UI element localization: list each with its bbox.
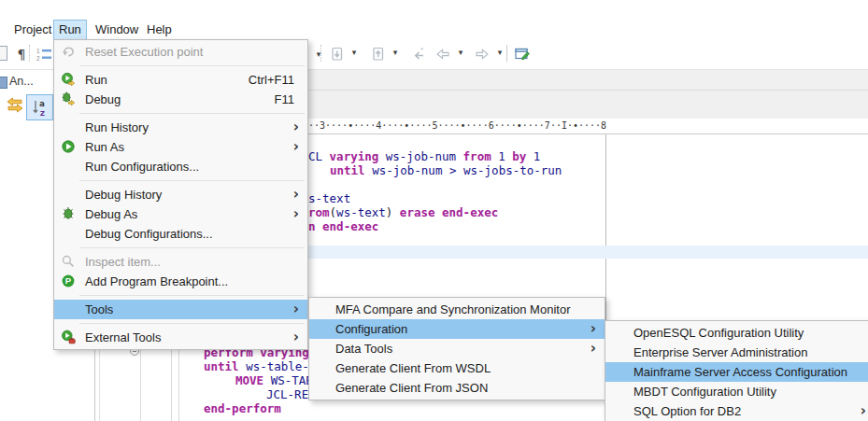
last-edit-location-icon[interactable]: * <box>409 46 428 63</box>
code-line: s-text <box>308 191 350 205</box>
code-line: rom(ws-text) erase end-exec <box>308 205 498 219</box>
menubar-item-window[interactable]: Window <box>91 20 143 39</box>
menu-item-external-tools[interactable]: External Tools› <box>54 328 307 347</box>
menu-item-openesql-configuration-utility[interactable]: OpenESQL Configuration Utility <box>605 323 868 343</box>
dropdown-arrow-icon[interactable]: ▾ <box>391 48 400 57</box>
submenu-arrow-icon: › <box>293 118 299 134</box>
menu-separator <box>79 65 305 66</box>
menu-item-run[interactable]: RunCtrl+F11 <box>54 70 307 90</box>
menu-item-debug-as[interactable]: Debug As› <box>54 204 307 224</box>
menu-item-data-tools[interactable]: Data Tools› <box>309 339 605 358</box>
column-ruler: ··3····•····4····•····5····•····6····•··… <box>308 120 606 131</box>
menu-item-configuration[interactable]: Configuration› <box>309 319 605 339</box>
menubar-item-run[interactable]: Run <box>53 20 87 41</box>
view-tab-icon <box>0 77 7 89</box>
menu-item-mfa-compare-and-synchronization-monitor[interactable]: MFA Compare and Synchronization Monitor <box>309 300 605 319</box>
menu-item-label: Debug <box>85 92 121 106</box>
external-tools-icon <box>60 330 77 344</box>
menu-item-label: Debug History <box>85 188 162 202</box>
menu-item-label: Run History <box>85 120 149 134</box>
tools-submenu: MFA Compare and Synchronization MonitorC… <box>308 297 605 400</box>
menu-item-generate-client-from-wsdl[interactable]: Generate Client From WSDL <box>309 358 605 378</box>
menu-separator <box>79 180 305 181</box>
menu-item-run-as[interactable]: Run As› <box>54 137 307 157</box>
menu-item-label: SQL Option for DB2 <box>633 404 741 418</box>
submenu-arrow-icon: › <box>293 328 299 344</box>
submenu-arrow-icon: › <box>591 339 596 356</box>
inspect-icon <box>60 254 77 269</box>
run-menu: Reset Execution pointRunCtrl+F11DebugF11… <box>53 39 308 350</box>
dropdown-arrow-icon[interactable]: ▾ <box>456 48 465 57</box>
menu-item-label: Add Program Breakpoint... <box>85 274 228 288</box>
menu-item-label: Enterprise Server Administration <box>633 345 807 359</box>
menu-item-label: MFA Compare and Synchronization Monitor <box>335 302 570 316</box>
menubar-item-project[interactable]: Project <box>9 20 56 39</box>
menu-item-run-configurations[interactable]: Run Configurations... <box>54 157 307 176</box>
submenu-arrow-icon: › <box>293 300 299 316</box>
menu-separator <box>79 113 305 114</box>
menu-item-debug[interactable]: DebugF11 <box>54 90 307 109</box>
menu-item-label: Run Configurations... <box>85 160 199 174</box>
menu-item-label: OpenESQL Configuration Utility <box>633 326 804 340</box>
code-line: n end-exec <box>308 219 378 233</box>
code-line: JCL-RE <box>266 387 308 401</box>
menubar-item-help[interactable]: Help <box>142 20 177 39</box>
dropdown-arrow-icon[interactable]: ▾ <box>309 46 328 63</box>
menu-separator <box>79 247 305 248</box>
menu-item-mainframe-server-access-configuration[interactable]: Mainframe Server Access Configuration <box>605 362 868 382</box>
svg-text:z: z <box>39 107 45 118</box>
submenu-arrow-icon: › <box>293 137 299 154</box>
forward-icon[interactable] <box>473 46 491 63</box>
menu-item-mbdt-configuration-utility[interactable]: MBDT Configuration Utility <box>605 382 868 401</box>
collapsed-view-tab[interactable]: An... <box>9 75 34 88</box>
toolbar-separator <box>506 45 507 62</box>
dropdown-arrow-icon[interactable]: ▾ <box>495 48 505 57</box>
numbered-list-icon[interactable]: 12 <box>35 46 53 63</box>
back-icon[interactable] <box>434 46 452 63</box>
sort-az-button[interactable]: az <box>26 94 53 120</box>
menu-item-label: Debug As <box>85 207 137 221</box>
menu-item-label: Reset Execution point <box>85 45 203 59</box>
menu-item-label: Generate Client From WSDL <box>335 361 491 375</box>
download-icon[interactable] <box>327 46 346 63</box>
svg-text:P: P <box>65 275 72 286</box>
menu-item-tools[interactable]: Tools› <box>54 300 307 319</box>
run-icon <box>60 72 77 87</box>
svg-text:2: 2 <box>36 55 40 62</box>
menu-item-shortcut: Ctrl+F11 <box>249 73 294 87</box>
menu-item-generate-client-from-json[interactable]: Generate Client From JSON <box>309 378 605 398</box>
window-pencil-icon[interactable] <box>513 46 532 63</box>
menu-item-debug-history[interactable]: Debug History› <box>54 185 307 204</box>
menu-item-label: Debug Configurations... <box>85 227 213 241</box>
submenu-arrow-icon: › <box>591 319 596 336</box>
menu-item-debug-configurations[interactable]: Debug Configurations... <box>54 224 307 244</box>
menu-separator <box>79 323 305 324</box>
code-line: until ws-job-num > ws-jobs-to-run <box>330 163 562 177</box>
debug-icon <box>60 91 77 106</box>
svg-text:*: * <box>420 46 423 54</box>
code-line: CL varying ws-job-num from 1 by 1 <box>308 149 540 163</box>
menu-item-inspect-item[interactable]: Inspect item... <box>54 252 307 272</box>
menu-separator <box>79 295 305 296</box>
code-line: end-perform <box>204 401 281 415</box>
menu-item-label: Inspect item... <box>85 255 161 269</box>
menu-item-shortcut: F11 <box>275 92 294 106</box>
run-as-icon <box>60 139 77 154</box>
menu-item-label: MBDT Configuration Utility <box>633 385 776 399</box>
menu-item-reset-execution-point[interactable]: Reset Execution point <box>54 42 307 62</box>
dropdown-arrow-icon[interactable]: ▾ <box>349 48 359 57</box>
pilcrow-icon[interactable]: ¶ <box>12 46 31 63</box>
menu-item-enterprise-server-administration[interactable]: Enterprise Server Administration <box>605 343 868 362</box>
debug-as-icon <box>60 206 77 221</box>
menu-item-run-history[interactable]: Run History› <box>54 118 307 137</box>
menu-item-label: Data Tools <box>335 342 392 356</box>
swap-arrows-button[interactable] <box>5 97 25 114</box>
submenu-arrow-icon: › <box>861 401 866 418</box>
code-line: until ws-table- <box>204 359 309 373</box>
menu-item-sql-option-for-db2[interactable]: SQL Option for DB2› <box>605 401 868 421</box>
menu-item-label: Configuration <box>335 322 407 336</box>
upload-icon[interactable] <box>368 46 387 63</box>
menu-item-label: Run As <box>85 140 124 154</box>
menu-item-add-program-breakpoint[interactable]: PAdd Program Breakpoint... <box>54 272 307 291</box>
submenu-arrow-icon: › <box>293 185 299 202</box>
